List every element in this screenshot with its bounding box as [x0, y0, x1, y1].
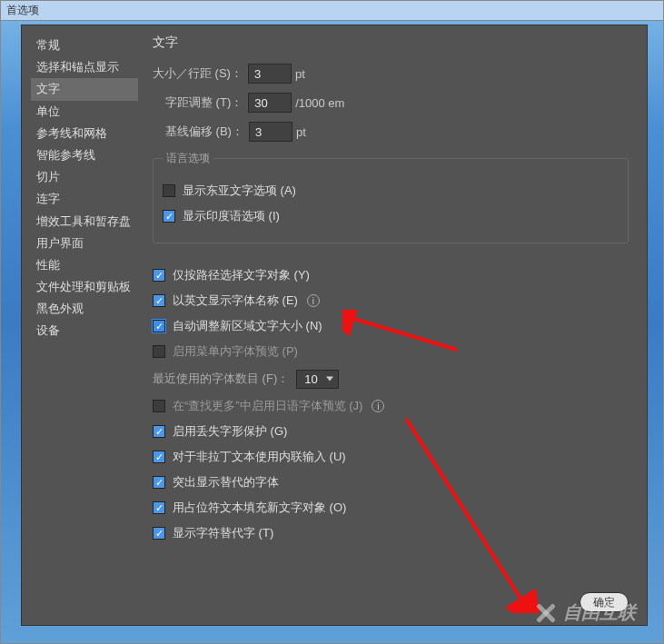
highlight-substituted-label: 突出显示替代的字体: [173, 474, 279, 490]
recent-fonts-label: 最近使用的字体数目 (F)：: [153, 371, 289, 387]
size-leading-unit: pt: [295, 67, 305, 81]
tracking-unit: /1000 em: [295, 96, 344, 110]
dialog-footer: 确定: [22, 580, 647, 625]
sidebar-item-guides-grid[interactable]: 参考线和网格: [31, 123, 138, 144]
sidebar-item-ui[interactable]: 用户界面: [31, 233, 138, 254]
category-sidebar: 常规 选择和锚点显示 文字 单位 参考线和网格 智能参考线 切片 连字 增效工具…: [31, 35, 138, 580]
menu-font-preview-label: 启用菜单内字体预览 (P): [173, 343, 298, 360]
size-leading-input[interactable]: [248, 64, 292, 84]
sidebar-item-label: 常规: [36, 38, 60, 52]
sidebar-item-performance[interactable]: 性能: [31, 254, 138, 276]
path-only-row[interactable]: 仅按路径选择文字对象 (Y): [153, 267, 629, 283]
sidebar-item-label: 文字: [36, 82, 60, 95]
sidebar-item-hyphenation[interactable]: 连字: [31, 188, 138, 210]
show-east-asian-checkbox[interactable]: [163, 184, 175, 197]
sidebar-item-appearance-of-black[interactable]: 黑色外观: [31, 298, 138, 320]
language-options-legend: 语言选项: [163, 151, 213, 166]
glyph-alternates-row[interactable]: 显示字符替代字 (T): [153, 525, 629, 541]
sidebar-item-label: 文件处理和剪贴板: [36, 280, 131, 293]
size-leading-row: 大小／行距 (S)： pt: [153, 64, 629, 84]
show-indic-row[interactable]: 显示印度语选项 (I): [163, 208, 619, 224]
show-east-asian-row[interactable]: 显示东亚文字选项 (A): [163, 183, 619, 199]
fill-placeholder-label: 用占位符文本填充新文字对象 (O): [173, 500, 346, 516]
english-font-names-row[interactable]: 以英文显示字体名称 (E) i: [153, 292, 629, 309]
baseline-row: 基线偏移 (B)： pt: [153, 122, 629, 142]
window-titlebar: 首选项: [1, 1, 663, 21]
sidebar-item-smart-guides[interactable]: 智能参考线: [31, 144, 138, 166]
sidebar-item-filehandling-clipboard[interactable]: 文件处理和剪贴板: [31, 276, 138, 298]
path-only-label: 仅按路径选择文字对象 (Y): [173, 267, 310, 283]
fill-placeholder-checkbox[interactable]: [153, 501, 165, 514]
japanese-find-more-checkbox[interactable]: [153, 400, 165, 412]
tracking-label: 字距调整 (T)：: [165, 94, 243, 111]
japanese-find-more-label: 在“查找更多”中启用日语字体预览 (J): [173, 398, 362, 414]
sidebar-item-label: 连字: [36, 192, 60, 205]
sidebar-item-type[interactable]: 文字: [31, 78, 138, 100]
preferences-window: 常规 选择和锚点显示 文字 单位 参考线和网格 智能参考线 切片 连字 增效工具…: [21, 25, 648, 626]
sidebar-item-slice[interactable]: 切片: [31, 166, 138, 188]
sidebar-item-label: 设备: [36, 323, 60, 337]
window-title: 首选项: [6, 3, 39, 18]
sidebar-item-label: 用户界面: [36, 236, 84, 250]
sidebar-item-label: 切片: [36, 170, 60, 183]
highlight-substituted-checkbox[interactable]: [153, 476, 165, 489]
recent-fonts-row: 最近使用的字体数目 (F)： 10: [153, 371, 629, 387]
baseline-unit: pt: [296, 125, 306, 139]
baseline-input[interactable]: [249, 122, 292, 142]
info-icon[interactable]: i: [372, 400, 384, 412]
inline-input-row[interactable]: 对于非拉丁文本使用内联输入 (U): [153, 449, 629, 465]
auto-resize-area-type-checkbox[interactable]: [153, 320, 165, 332]
missing-glyph-label: 启用丢失字形保护 (G): [173, 423, 287, 440]
show-east-asian-label: 显示东亚文字选项 (A): [183, 183, 296, 199]
page-title: 文字: [153, 35, 629, 51]
show-indic-label: 显示印度语选项 (I): [183, 208, 280, 224]
inline-input-label: 对于非拉丁文本使用内联输入 (U): [173, 449, 346, 465]
english-font-names-label: 以英文显示字体名称 (E): [173, 292, 298, 309]
sidebar-item-selection-anchor[interactable]: 选择和锚点显示: [31, 56, 138, 78]
sidebar-item-label: 增效工具和暂存盘: [36, 214, 131, 228]
sidebar-item-plugins-scratch[interactable]: 增效工具和暂存盘: [31, 211, 138, 233]
menu-font-preview-checkbox[interactable]: [153, 345, 165, 358]
settings-panel: 文字 大小／行距 (S)： pt 字距调整 (T)： /1000 em 基线偏移…: [138, 35, 638, 580]
menu-font-preview-row[interactable]: 启用菜单内字体预览 (P): [153, 343, 629, 360]
language-options-group: 语言选项 显示东亚文字选项 (A) 显示印度语选项 (I): [153, 151, 629, 243]
sidebar-item-general[interactable]: 常规: [31, 35, 138, 56]
missing-glyph-checkbox[interactable]: [153, 425, 165, 438]
baseline-label: 基线偏移 (B)：: [165, 124, 243, 140]
recent-fonts-select[interactable]: 10: [296, 372, 338, 386]
tracking-input[interactable]: [248, 93, 292, 113]
glyph-alternates-label: 显示字符替代字 (T): [173, 525, 273, 541]
auto-resize-area-type-label: 自动调整新区域文字大小 (N): [173, 318, 322, 334]
info-icon[interactable]: i: [307, 294, 320, 307]
sidebar-item-devices[interactable]: 设备: [31, 320, 138, 342]
sidebar-item-units[interactable]: 单位: [31, 101, 138, 123]
japanese-find-more-row[interactable]: 在“查找更多”中启用日语字体预览 (J) i: [153, 398, 629, 414]
chevron-down-icon: [326, 377, 333, 381]
sidebar-item-label: 参考线和网格: [36, 126, 107, 140]
path-only-checkbox[interactable]: [153, 269, 165, 282]
tracking-row: 字距调整 (T)： /1000 em: [153, 93, 629, 113]
missing-glyph-row[interactable]: 启用丢失字形保护 (G): [153, 423, 629, 440]
english-font-names-checkbox[interactable]: [153, 294, 165, 307]
ok-button[interactable]: 确定: [580, 592, 629, 612]
sidebar-item-label: 黑色外观: [36, 302, 84, 315]
ok-button-label: 确定: [593, 595, 615, 610]
sidebar-item-label: 性能: [36, 258, 60, 272]
fill-placeholder-row[interactable]: 用占位符文本填充新文字对象 (O): [153, 500, 629, 516]
size-leading-label: 大小／行距 (S)：: [153, 65, 243, 82]
show-indic-checkbox[interactable]: [163, 210, 175, 223]
sidebar-item-label: 选择和锚点显示: [36, 60, 119, 74]
sidebar-item-label: 智能参考线: [36, 148, 95, 162]
glyph-alternates-checkbox[interactable]: [153, 527, 165, 540]
inline-input-checkbox[interactable]: [153, 451, 165, 463]
highlight-substituted-row[interactable]: 突出显示替代的字体: [153, 474, 629, 490]
sidebar-item-label: 单位: [36, 104, 60, 118]
window-body: 常规 选择和锚点显示 文字 单位 参考线和网格 智能参考线 切片 连字 增效工具…: [22, 25, 647, 580]
auto-resize-area-type-row[interactable]: 自动调整新区域文字大小 (N): [153, 318, 629, 334]
